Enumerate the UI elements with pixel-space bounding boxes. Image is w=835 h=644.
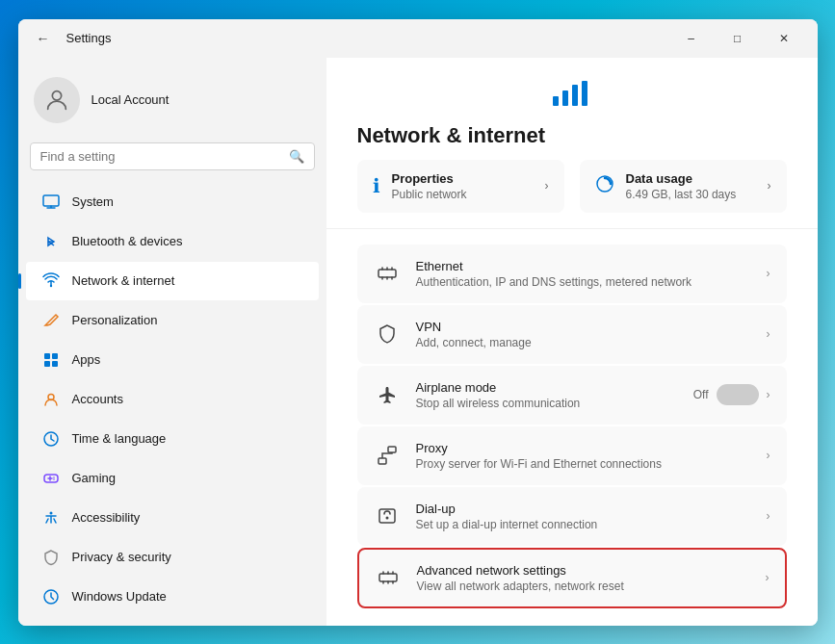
privacy-icon [41,548,61,567]
header-cards: ℹ Properties Public network › [357,160,787,213]
sidebar-item-windows-update[interactable]: Windows Update [26,578,319,616]
settings-window: ← Settings – □ ✕ Local Account [18,19,818,626]
properties-subtitle: Public network [392,188,467,201]
sidebar-item-label: System [72,194,114,209]
sidebar-item-accounts[interactable]: Accounts [26,380,319,419]
proxy-title: Proxy [416,441,751,455]
airplane-mode-subtitle: Stop all wireless communication [416,397,678,410]
settings-list: Ethernet Authentication, IP and DNS sett… [326,229,818,624]
main-header: Network & internet ℹ Properties Public n… [326,58,818,229]
svg-rect-1 [43,195,59,206]
airplane-mode-toggle[interactable] [717,384,759,405]
advanced-network-title: Advanced network settings [417,563,750,578]
properties-title: Properties [392,171,467,186]
page-title: Network & internet [357,123,787,148]
svg-rect-4 [52,353,58,359]
svg-rect-17 [582,81,587,106]
svg-rect-21 [388,447,396,452]
advanced-network-icon [375,567,402,588]
maximize-button[interactable]: □ [716,23,760,54]
window-controls: – □ ✕ [669,23,806,54]
settings-item-advanced-network[interactable]: Advanced network settings View all netwo… [357,548,787,608]
data-usage-subtitle: 6.49 GB, last 30 days [626,188,737,201]
back-button[interactable]: ← [30,25,57,52]
chevron-icon: › [766,571,770,584]
minimize-button[interactable]: – [669,23,714,54]
sidebar: Local Account 🔍 System Bluetooth & devic… [18,58,326,626]
svg-rect-24 [379,574,397,581]
settings-item-dialup[interactable]: Dial-up Set up a dial-up internet connec… [357,487,787,546]
settings-item-airplane-mode[interactable]: Airplane mode Stop all wireless communic… [357,366,787,425]
search-input[interactable] [40,149,281,164]
svg-rect-3 [44,353,50,359]
titlebar: ← Settings – □ ✕ [18,19,818,58]
advanced-network-subtitle: View all network adapters, network reset [417,580,750,593]
sidebar-item-apps[interactable]: Apps [26,341,319,379]
sidebar-item-accessibility[interactable]: Accessibility [26,499,319,537]
data-usage-title: Data usage [626,171,737,186]
svg-point-23 [385,517,388,520]
sidebar-item-network[interactable]: Network & internet [26,262,319,300]
dialup-subtitle: Set up a dial-up internet connection [416,518,751,531]
sidebar-item-label: Personalization [72,313,158,327]
close-button[interactable]: ✕ [762,23,806,54]
svg-point-10 [53,477,55,478]
sidebar-item-label: Privacy & security [72,550,171,564]
sidebar-item-time[interactable]: Time & language [26,420,319,458]
sidebar-item-label: Gaming [72,471,117,485]
chevron-icon: › [767,509,770,523]
sidebar-item-privacy[interactable]: Privacy & security [26,538,319,577]
nav-list: System Bluetooth & devices Network & int… [18,182,326,617]
sidebar-item-label: Windows Update [72,589,167,604]
sidebar-item-system[interactable]: System [26,183,319,221]
ethernet-title: Ethernet [416,259,751,273]
settings-item-ethernet[interactable]: Ethernet Authentication, IP and DNS sett… [357,245,787,303]
sidebar-item-label: Bluetooth & devices [72,234,183,248]
data-usage-card[interactable]: Data usage 6.49 GB, last 30 days › [580,160,787,213]
vpn-subtitle: Add, connect, manage [416,336,751,349]
avatar [34,77,80,123]
data-usage-arrow: › [768,179,771,193]
chevron-icon: › [767,267,770,280]
accessibility-icon [41,508,61,528]
toggle-label: Off [693,388,709,401]
personalization-icon [41,311,61,330]
chevron-icon: › [767,388,770,401]
svg-rect-14 [553,96,559,106]
sidebar-item-label: Accounts [72,392,123,406]
sidebar-item-bluetooth[interactable]: Bluetooth & devices [26,222,319,261]
window-title: Settings [66,31,112,45]
ethernet-subtitle: Authentication, IP and DNS settings, met… [416,275,751,289]
user-section: Local Account [18,65,326,139]
svg-rect-19 [378,270,396,277]
sidebar-item-personalization[interactable]: Personalization [26,301,319,340]
svg-rect-15 [562,90,568,106]
dialup-title: Dial-up [416,502,751,516]
properties-card[interactable]: ℹ Properties Public network › [357,160,564,213]
svg-point-2 [49,284,51,286]
svg-point-12 [49,511,52,514]
sidebar-item-label: Network & internet [72,273,175,288]
settings-item-vpn[interactable]: VPN Add, connect, manage › [357,305,787,364]
accounts-icon [41,390,61,409]
time-icon [41,429,61,449]
settings-item-proxy[interactable]: Proxy Proxy server for Wi-Fi and Etherne… [357,426,787,485]
user-name: Local Account [91,92,170,107]
search-box[interactable]: 🔍 [30,142,315,170]
sidebar-item-gaming[interactable]: Gaming [26,459,319,498]
sidebar-item-label: Accessibility [72,510,141,525]
chevron-icon: › [767,449,770,462]
search-icon: 🔍 [289,149,304,164]
proxy-icon [374,445,401,466]
network-icon [41,271,61,291]
airplane-mode-title: Airplane mode [416,380,678,395]
svg-point-0 [52,90,61,99]
network-icon [549,77,595,116]
properties-arrow: › [545,179,549,193]
proxy-subtitle: Proxy server for Wi-Fi and Ethernet conn… [416,457,751,471]
properties-icon: ℹ [373,174,380,197]
system-icon [41,193,61,212]
sidebar-item-label: Apps [72,352,101,367]
vpn-title: VPN [416,320,751,334]
bluetooth-icon [41,232,61,251]
